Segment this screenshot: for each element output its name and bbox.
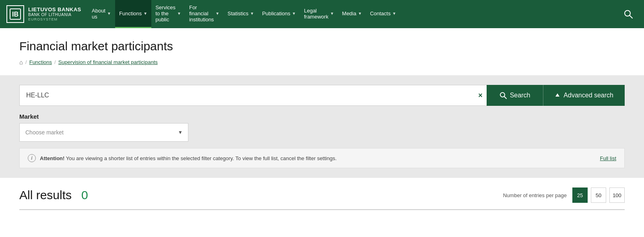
advanced-search-label: Advanced search: [564, 92, 613, 99]
nav-item-financial-institutions[interactable]: Forfinancialinstitutions ▼: [185, 0, 223, 28]
market-filter-section: Market Choose market Currency market Cap…: [19, 113, 625, 142]
svg-line-9: [504, 97, 506, 99]
market-select-wrapper: Choose market Currency market Capital ma…: [19, 123, 188, 142]
nav-item-services-public[interactable]: Servicesto thepublic ▼: [151, 0, 185, 28]
search-row: × Search Advanced search: [19, 85, 625, 106]
attention-text: Attention! You are viewing a shorter lis…: [40, 155, 336, 161]
results-title: All results: [19, 188, 72, 202]
page-header: Financial market participants ⌂ / Functi…: [0, 28, 644, 66]
nav-item-legal-framework[interactable]: Legalframework ▼: [300, 0, 338, 28]
info-icon: i: [28, 154, 36, 162]
chevron-down-icon: ▼: [215, 11, 219, 16]
search-input-wrapper: ×: [19, 85, 487, 106]
nav-item-statistics[interactable]: Statistics ▼: [223, 0, 258, 28]
nav-item-about-us[interactable]: Aboutus ▼: [88, 0, 115, 28]
search-button-label: Search: [510, 92, 530, 99]
chevron-down-icon: ▼: [330, 11, 334, 16]
bank-name-en: BANK OF LITHUANIA: [28, 12, 81, 17]
site-logo[interactable]: IB LIETUVOS BANKAS BANK OF LITHUANIA EUR…: [6, 0, 83, 28]
nav-search-button[interactable]: [619, 0, 638, 28]
attention-message: You are viewing a shorter list of entrie…: [66, 155, 336, 161]
full-list-link[interactable]: Full list: [600, 155, 616, 161]
svg-text:IB: IB: [12, 11, 19, 18]
chevron-down-icon: ▼: [292, 11, 296, 16]
nav-item-publications[interactable]: Publications ▼: [258, 0, 300, 28]
results-count: 0: [81, 188, 88, 202]
search-button[interactable]: Search: [487, 85, 543, 106]
page-title: Financial market participants: [19, 39, 625, 53]
bank-name-lt: LIETUVOS BANKAS: [28, 6, 81, 13]
chevron-down-icon: ▼: [392, 11, 396, 16]
attention-bar: i Attention! You are viewing a shorter l…: [19, 148, 625, 168]
attention-bold: Attention!: [40, 155, 64, 161]
chevron-down-icon: ▼: [250, 11, 254, 16]
search-area: × Search Advanced search Market Choose m…: [0, 75, 644, 178]
market-select[interactable]: Choose market Currency market Capital ma…: [19, 123, 188, 142]
per-page-100-button[interactable]: 100: [609, 188, 625, 203]
results-divider: [19, 209, 625, 210]
bank-name-system: EUROSYSTEM: [28, 17, 81, 22]
per-page-label: Number of entries per page: [503, 192, 567, 198]
main-nav: IB LIETUVOS BANKAS BANK OF LITHUANIA EUR…: [0, 0, 644, 28]
nav-item-functions[interactable]: Functions ▼: [115, 0, 151, 28]
nav-item-media[interactable]: Media ▼: [338, 0, 366, 28]
clear-search-button[interactable]: ×: [478, 92, 483, 99]
advanced-search-button[interactable]: Advanced search: [543, 85, 625, 106]
nav-menu: Aboutus ▼ Functions ▼ Servicesto thepubl…: [88, 0, 619, 28]
logo-icon: IB: [6, 5, 24, 23]
nav-item-contacts[interactable]: Contacts ▼: [366, 0, 400, 28]
market-filter-label: Market: [19, 113, 625, 120]
search-input[interactable]: [19, 85, 487, 106]
breadcrumb: ⌂ / Functions / Supervision of financial…: [19, 59, 625, 66]
chevron-down-icon: ▼: [143, 11, 147, 16]
chevron-down-icon: ▼: [107, 11, 111, 16]
chevron-down-icon: ▼: [358, 11, 362, 16]
per-page-25-button[interactable]: 25: [572, 188, 588, 203]
pagination-controls: Number of entries per page 25 50 100: [503, 188, 625, 203]
breadcrumb-supervision[interactable]: Supervision of financial market particip…: [58, 59, 158, 65]
breadcrumb-functions[interactable]: Functions: [29, 59, 52, 65]
results-section: All results 0 Number of entries per page…: [0, 178, 644, 203]
svg-line-3: [630, 16, 633, 19]
results-title-group: All results 0: [19, 188, 88, 202]
per-page-50-button[interactable]: 50: [591, 188, 606, 203]
chevron-down-icon: ▼: [177, 11, 181, 16]
home-icon[interactable]: ⌂: [19, 59, 23, 66]
svg-marker-10: [555, 93, 559, 97]
